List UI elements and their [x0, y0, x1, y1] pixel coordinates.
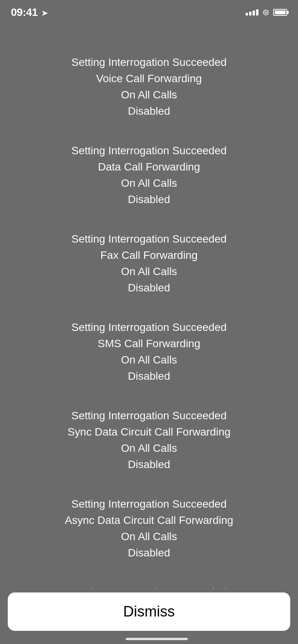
location-icon: ➤: [41, 8, 48, 18]
dismiss-button[interactable]: Dismiss: [8, 592, 290, 631]
info-line: Setting Interrogation Succeeded: [71, 231, 227, 247]
block-4: Setting Interrogation SucceededSMS Call …: [71, 319, 227, 384]
battery-fill: [275, 10, 286, 14]
info-line: Data Call Forwarding: [71, 159, 227, 175]
info-line: Setting Interrogation Succeeded: [65, 496, 233, 512]
status-bar: 09:41 ➤ ⊛: [0, 0, 298, 23]
info-line: On All Calls: [71, 263, 227, 280]
info-line: Setting Interrogation Succeeded: [71, 319, 227, 336]
status-icons: ⊛: [246, 7, 287, 17]
info-line: Async Data Circuit Call Forwarding: [65, 512, 233, 529]
info-line: Disabled: [71, 103, 227, 119]
status-left: 09:41 ➤: [11, 6, 48, 19]
info-line: Setting Interrogation Succeeded: [71, 54, 227, 71]
signal-bar-3: [253, 10, 255, 15]
home-indicator: [8, 631, 298, 644]
block-2: Setting Interrogation SucceededData Call…: [71, 143, 227, 208]
info-line: Sync Data Circuit Call Forwarding: [68, 424, 230, 440]
info-line: Disabled: [71, 191, 227, 208]
info-line: Voice Call Forwarding: [71, 71, 227, 87]
info-line: Setting Interrogation Succeeded: [68, 408, 230, 424]
info-line: On All Calls: [71, 352, 227, 368]
battery-icon: [273, 9, 287, 16]
signal-bar-1: [246, 13, 248, 15]
dismiss-area: Dismiss: [0, 589, 298, 644]
signal-bar-4: [256, 9, 258, 15]
info-line: Disabled: [71, 280, 227, 296]
info-line: Fax Call Forwarding: [71, 247, 227, 263]
main-content: Setting Interrogation SucceededVoice Cal…: [0, 23, 298, 632]
info-line: Disabled: [71, 368, 227, 384]
info-line: Setting Interrogation Succeeded: [71, 143, 227, 159]
signal-bars-icon: [246, 9, 258, 15]
info-line: On All Calls: [68, 440, 230, 456]
status-time: 09:41: [11, 6, 38, 18]
info-line: Disabled: [65, 545, 233, 561]
home-bar: [126, 638, 188, 640]
block-5: Setting Interrogation SucceededSync Data…: [68, 408, 230, 473]
info-line: On All Calls: [71, 87, 227, 103]
block-1: Setting Interrogation SucceededVoice Cal…: [71, 54, 227, 119]
block-3: Setting Interrogation SucceededFax Call …: [71, 231, 227, 296]
wifi-icon: ⊛: [262, 7, 269, 17]
info-line: On All Calls: [65, 529, 233, 545]
signal-bar-2: [249, 12, 251, 15]
block-6: Setting Interrogation SucceededAsync Dat…: [65, 496, 233, 561]
info-line: SMS Call Forwarding: [71, 336, 227, 352]
info-line: On All Calls: [71, 175, 227, 191]
info-line: Disabled: [68, 456, 230, 473]
